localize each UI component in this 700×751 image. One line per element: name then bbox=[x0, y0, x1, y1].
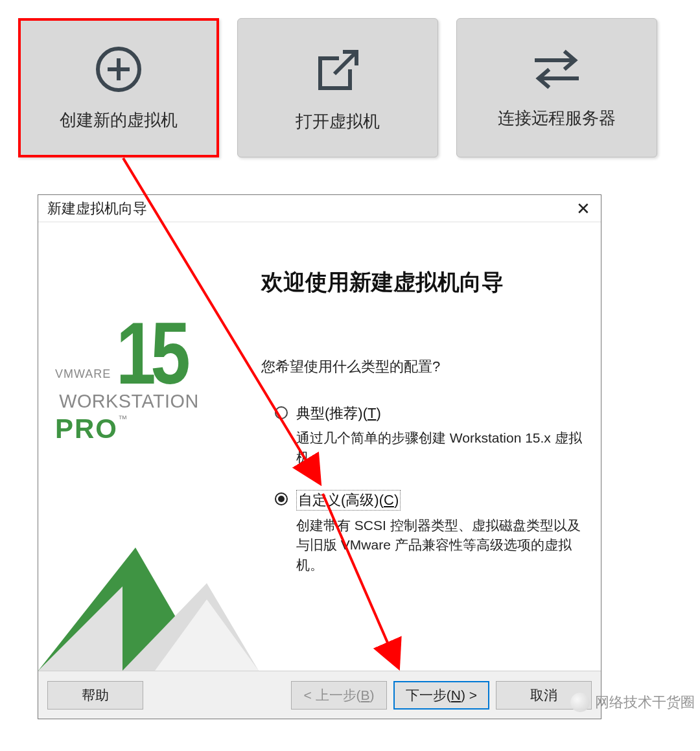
brand-vmware-text: VMWARE bbox=[55, 367, 111, 381]
option-title: 自定义(高级)(C) bbox=[296, 490, 401, 511]
config-type-prompt: 您希望使用什么类型的配置? bbox=[261, 357, 587, 376]
option-custom-advanced[interactable]: 自定义(高级)(C) 创建带有 SCSI 控制器类型、虚拟磁盘类型以及与旧版 V… bbox=[274, 490, 587, 575]
svg-line-3 bbox=[334, 52, 356, 74]
new-vm-wizard-dialog: 新建虚拟机向导 ✕ VMWARE 15 WORKSTATION PRO™ bbox=[38, 194, 601, 719]
radio-checked-icon[interactable] bbox=[274, 492, 288, 506]
svg-point-14 bbox=[278, 496, 285, 502]
dialog-title: 新建虚拟机向导 bbox=[47, 199, 147, 218]
tile-create-new-vm[interactable]: 创建新的虚拟机 bbox=[18, 18, 219, 157]
dialog-body: VMWARE 15 WORKSTATION PRO™ 欢迎使用新建虚拟机向导 您… bbox=[38, 222, 601, 671]
option-description: 通过几个简单的步骤创建 Workstation 15.x 虚拟机。 bbox=[296, 428, 587, 468]
option-typical[interactable]: 典型(推荐)(T) 通过几个简单的步骤创建 Workstation 15.x 虚… bbox=[274, 404, 587, 468]
watermark-logo-icon bbox=[570, 693, 590, 712]
next-button[interactable]: 下一步(N) > bbox=[393, 681, 489, 710]
tile-open-vm[interactable]: 打开虚拟机 bbox=[237, 18, 438, 157]
dialog-heading: 欢迎使用新建虚拟机向导 bbox=[261, 268, 587, 297]
dialog-content: 欢迎使用新建虚拟机向导 您希望使用什么类型的配置? 典型(推荐)(T) 通过几个… bbox=[259, 222, 601, 671]
watermark: 网络技术干货圈 bbox=[570, 693, 695, 712]
tile-label: 连接远程服务器 bbox=[498, 107, 616, 130]
back-button: < 上一步(B) bbox=[291, 681, 387, 710]
brand-pro-text: PRO™ bbox=[55, 413, 259, 445]
tile-label: 创建新的虚拟机 bbox=[60, 109, 178, 132]
tile-connect-remote[interactable]: 连接远程服务器 bbox=[456, 18, 657, 157]
dialog-footer: 帮助 < 上一步(B) 下一步(N) > 取消 bbox=[38, 671, 601, 719]
brand-panel: VMWARE 15 WORKSTATION PRO™ bbox=[38, 222, 259, 671]
dialog-titlebar: 新建虚拟机向导 ✕ bbox=[38, 195, 601, 222]
option-title: 典型(推荐)(T) bbox=[296, 404, 587, 423]
tile-label: 打开虚拟机 bbox=[296, 110, 380, 133]
help-button[interactable]: 帮助 bbox=[47, 681, 143, 710]
option-description: 创建带有 SCSI 控制器类型、虚拟磁盘类型以及与旧版 VMware 产品兼容性… bbox=[296, 516, 587, 575]
home-tiles: 创建新的虚拟机 打开虚拟机 连接远程服务器 bbox=[18, 18, 657, 157]
radio-unchecked-icon[interactable] bbox=[274, 406, 288, 420]
brand-decoration bbox=[38, 528, 259, 671]
open-external-icon bbox=[311, 43, 364, 96]
svg-point-12 bbox=[275, 407, 287, 419]
watermark-text: 网络技术干货圈 bbox=[595, 693, 695, 712]
svg-marker-9 bbox=[38, 586, 122, 671]
brand-workstation-text: WORKSTATION bbox=[59, 390, 254, 412]
brand-version: 15 bbox=[116, 319, 185, 387]
close-icon[interactable]: ✕ bbox=[572, 200, 594, 217]
swap-arrows-icon bbox=[528, 46, 585, 93]
plus-circle-icon bbox=[93, 44, 144, 95]
